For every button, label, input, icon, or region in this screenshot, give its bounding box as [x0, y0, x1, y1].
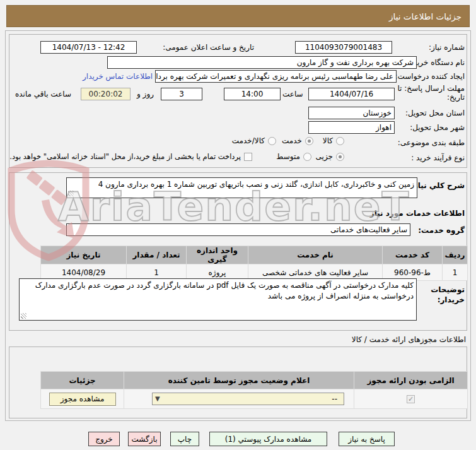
page-title: جزئیات اطلاعات نیاز	[389, 11, 461, 21]
deadline-label: مهلت ارسال پاسخ: تا تاریخ:	[390, 84, 465, 102]
radio-goods-service[interactable]: کالا/خدمت	[232, 136, 276, 145]
buyer-notes-textarea[interactable]: کلیه مدارک درخواستی در آگهی مناقصه به صو…	[19, 278, 417, 321]
buyer-contact-link[interactable]: اطلاعات تماس خریدار	[83, 72, 153, 81]
deadline-days-field[interactable]: 3	[161, 88, 202, 100]
license-table-row: ✓ -- ▼ مشاهده مجوز	[41, 389, 468, 409]
radio-medium-circle[interactable]	[303, 153, 311, 161]
chevron-down-icon: ▼	[155, 395, 160, 402]
license-status-value: --	[332, 394, 337, 403]
license-required-checkbox[interactable]: ✓	[407, 395, 415, 403]
deadline-date-field[interactable]: 1404/07/16	[308, 88, 395, 100]
service-group-field[interactable]: سایر فعالیت‌های خدماتی	[66, 223, 410, 236]
service-group-label: گروه خدمت:	[418, 226, 465, 235]
view-license-button[interactable]: مشاهده مجوز	[49, 393, 116, 406]
radio-minor[interactable]: جزیی	[316, 152, 344, 161]
subject-class-label: طبقه بندی موضوعی:	[398, 138, 465, 147]
radio-minor-circle[interactable]	[336, 153, 344, 161]
need-desc-label: شرح کلي نیاز:	[410, 181, 465, 190]
col-service-name: نام خدمت	[248, 246, 383, 264]
deadline-hour-label: ساعت	[282, 90, 303, 98]
deadline-time-field[interactable]: 14:00	[224, 88, 281, 100]
exit-button[interactable]: خروج	[88, 432, 120, 446]
need-desc-textarea[interactable]: زمین کنی و خاکبرداری، کابل اندازی، گلند …	[66, 177, 417, 198]
radio-service-circle[interactable]	[305, 137, 313, 145]
services-table-header-row: ردیف کد خدمت نام خدمت واحد اندازه گیری ت…	[41, 246, 468, 264]
radio-medium-label: متوسط	[276, 152, 300, 161]
page-title-bar: جزئیات اطلاعات نیاز	[6, 5, 470, 27]
buyer-notes-label-line1: توضیحات	[431, 285, 465, 294]
col-unit: واحد اندازه گیری	[187, 246, 248, 264]
license-table-header-row: الزامی بودن ارائه مجوز اعلام وضعیت مجوز …	[41, 372, 468, 389]
resize-handle-icon[interactable]	[21, 313, 26, 319]
city-field[interactable]: اهواز	[308, 121, 395, 134]
col-row-number: ردیف	[443, 246, 468, 264]
province-field[interactable]: خوزستان	[308, 107, 395, 119]
radio-goods-circle[interactable]	[336, 137, 344, 145]
cell-license-status: -- ▼	[124, 389, 354, 409]
print-button[interactable]: چاپ	[170, 432, 199, 446]
respond-to-need-button[interactable]: پاسخ به نیاز	[339, 432, 395, 446]
treasury-payment-label: پرداخت تمام یا بخشی از مبلغ خرید،از محل …	[9, 152, 241, 161]
city-label: شهر محل تحویل:	[410, 123, 465, 132]
cell-license-details: مشاهده مجوز	[41, 389, 124, 409]
radio-goods-service-label: کالا/خدمت	[232, 136, 265, 145]
view-attached-docs-button[interactable]: مشاهده مدارک پیوستي (1)	[209, 432, 327, 446]
announce-datetime-label: تاریخ و ساعت اعلان عمومی:	[163, 43, 254, 52]
col-license-details: جزئیات	[41, 372, 124, 389]
request-creator-field[interactable]: علی رضا طهماسبی رئیس برنامه ریزی نگهداری…	[155, 70, 397, 83]
need-desc-value: زمین کنی و خاکبرداری، کابل اندازی، گلند …	[98, 180, 414, 189]
radio-service-label: خدمت	[282, 136, 302, 145]
deadline-remaining-label: ساعت باقي مانده	[15, 90, 71, 98]
radio-goods-label: کالا	[323, 136, 333, 145]
need-number-label: شماره نیاز:	[429, 43, 465, 52]
license-table: الزامی بودن ارائه مجوز اعلام وضعیت مجوز …	[40, 371, 468, 409]
buyer-org-field[interactable]: شرکت بهره برداری نفت و گاز مارون	[107, 56, 417, 69]
license-status-select[interactable]: -- ▼	[152, 393, 344, 405]
services-section-title: اطلاعات خدمات مورد نیاز	[370, 209, 465, 218]
countdown-timer: 00:20:02	[81, 88, 131, 100]
radio-service[interactable]: خدمت	[282, 136, 313, 145]
cell-license-required: ✓	[354, 389, 468, 409]
treasury-payment-checkbox[interactable]	[244, 153, 252, 161]
col-need-date: تاریخ نیاز	[41, 246, 127, 264]
announce-datetime-field[interactable]: 1404/07/13 - 12:42	[40, 41, 137, 54]
buyer-notes-value: کلیه مدارک درخواستی در آگهی مناقصه به صو…	[35, 281, 414, 300]
col-license-required: الزامی بودن ارائه مجوز	[354, 372, 468, 389]
deadline-days-label: روز و	[137, 90, 154, 98]
purchase-process-label: نوع فرآیند خرید :	[411, 153, 465, 162]
cell-row-number: 1	[443, 264, 468, 281]
col-quantity: تعداد / مقدار	[127, 246, 187, 264]
services-table: ردیف کد خدمت نام خدمت واحد اندازه گیری ت…	[40, 246, 468, 281]
col-service-code: کد خدمت	[383, 246, 443, 264]
need-details-page: { "page": { "title": "جزئیات اطلاعات نیا…	[0, 0, 476, 450]
province-label: استان محل تحویل:	[405, 109, 465, 117]
request-creator-label: ایجاد کننده درخواست:	[395, 72, 465, 81]
buyer-notes-label-line2: خریدار:	[438, 295, 465, 304]
radio-goods-service-circle[interactable]	[268, 137, 276, 145]
col-license-status: اعلام وضعیت مجوز توسط تامین کننده	[124, 372, 354, 389]
radio-goods[interactable]: کالا	[323, 136, 344, 145]
resize-handle-icon[interactable]	[68, 191, 74, 196]
treasury-payment-checkbox-group[interactable]: پرداخت تمام یا بخشی از مبلغ خرید،از محل …	[9, 152, 252, 161]
need-number-field[interactable]: 1104093079001483	[295, 41, 392, 54]
back-button[interactable]: بازگشت	[128, 432, 161, 446]
radio-minor-label: جزیی	[316, 152, 333, 161]
license-section-title: اطلاعات مجوزهای ارائه خدمت / کالا	[352, 335, 466, 344]
radio-medium[interactable]: متوسط	[276, 152, 311, 161]
